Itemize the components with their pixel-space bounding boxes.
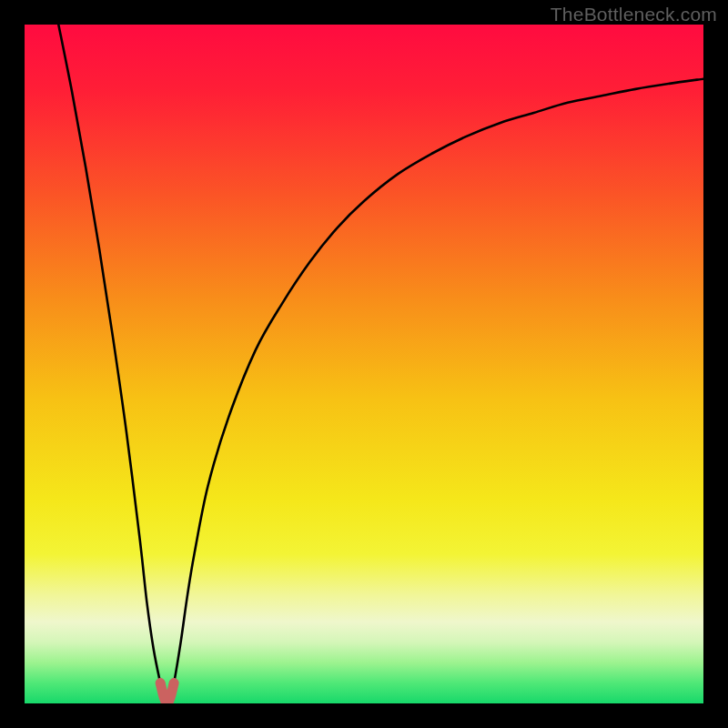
bottleneck-plot <box>25 25 703 703</box>
watermark-text: TheBottleneck.com <box>551 4 717 25</box>
optimal-marker-dot-right <box>169 679 178 688</box>
chart-frame: TheBottleneck.com <box>0 0 728 728</box>
plot-background <box>25 25 703 703</box>
optimal-marker-dot-left <box>156 679 165 688</box>
